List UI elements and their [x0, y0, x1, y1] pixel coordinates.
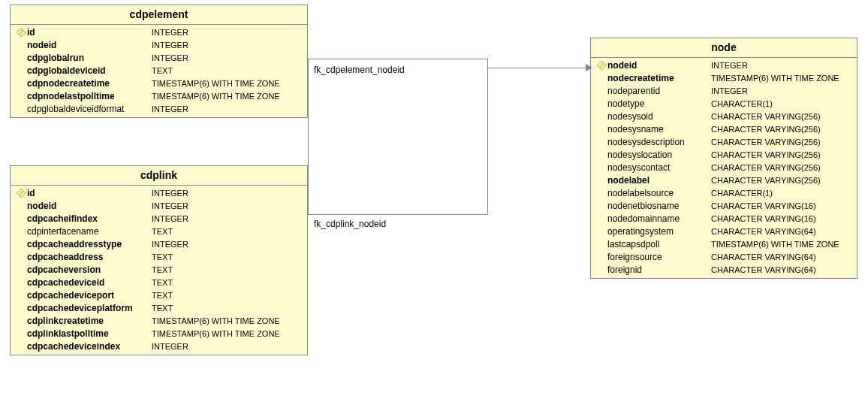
- column-name: cdpcacheversion: [27, 265, 152, 276]
- entity-title: cdplink: [11, 166, 307, 186]
- column-name: operatingsystem: [607, 226, 711, 237]
- column-type: TEXT: [152, 303, 303, 314]
- column-type: TIMESTAMP(6) WITH TIME ZONE: [711, 239, 852, 250]
- column-row: nodesyslocationCHARACTER VARYING(256): [591, 149, 857, 162]
- column-type: CHARACTER VARYING(16): [711, 213, 852, 225]
- column-name: cdplinkcreatetime: [27, 316, 152, 327]
- fk-label-cdplink-nodeid: fk_cdplink_nodeid: [314, 219, 386, 229]
- column-type: CHARACTER VARYING(256): [711, 150, 852, 161]
- column-type: CHARACTER VARYING(256): [711, 124, 852, 135]
- entity-title: cdpelement: [11, 5, 307, 25]
- column-type: TIMESTAMP(6) WITH TIME ZONE: [152, 316, 303, 327]
- column-row: cdplinkcreatetimeTIMESTAMP(6) WITH TIME …: [11, 315, 307, 328]
- column-row: operatingsystemCHARACTER VARYING(64): [591, 225, 857, 238]
- relationship-arrow-line: [488, 68, 590, 68]
- fk-label-cdpelement-nodeid: fk_cdpelement_nodeid: [314, 65, 405, 75]
- column-row: nodesyscontactCHARACTER VARYING(256): [591, 162, 857, 174]
- column-type: CHARACTER VARYING(64): [711, 226, 852, 237]
- relationship-arrow-head-icon: [586, 64, 592, 71]
- column-type: TIMESTAMP(6) WITH TIME ZONE: [711, 73, 852, 84]
- column-name: nodecreatetime: [607, 73, 711, 84]
- column-row: foreignidCHARACTER VARYING(64): [591, 264, 857, 277]
- column-type: CHARACTER VARYING(256): [711, 111, 852, 122]
- primary-key-icon: ⚿: [15, 188, 27, 199]
- column-row: cdpcachedeviceplatformTEXT: [11, 302, 307, 315]
- column-row: nodesysoidCHARACTER VARYING(256): [591, 110, 857, 123]
- column-type: TIMESTAMP(6) WITH TIME ZONE: [152, 91, 303, 102]
- entity-cdpelement: cdpelement ⚿idINTEGERnodeidINTEGERcdpglo…: [10, 5, 308, 118]
- column-type: INTEGER: [152, 104, 303, 115]
- primary-key-icon: ⚿: [15, 27, 27, 38]
- column-row: nodeidINTEGER: [11, 200, 307, 213]
- column-name: cdpcachedeviceport: [27, 290, 152, 301]
- column-type: CHARACTER VARYING(256): [711, 137, 852, 148]
- column-row: nodesysnameCHARACTER VARYING(256): [591, 123, 857, 136]
- column-name: cdpglobaldeviceidformat: [27, 104, 152, 115]
- column-name: cdpnodelastpolltime: [27, 91, 152, 102]
- column-name: cdpglobaldeviceid: [27, 65, 152, 77]
- column-type: CHARACTER VARYING(64): [711, 265, 852, 276]
- column-row: lastcapsdpollTIMESTAMP(6) WITH TIME ZONE: [591, 238, 857, 251]
- column-name: id: [27, 27, 152, 38]
- column-name: cdplinklastpolltime: [27, 328, 152, 340]
- column-row: nodelabelsourceCHARACTER(1): [591, 187, 857, 200]
- column-name: nodesyslocation: [607, 150, 711, 161]
- column-row: cdpcacheversionTEXT: [11, 264, 307, 277]
- column-type: CHARACTER VARYING(256): [711, 162, 852, 174]
- column-name: cdpcachedeviceindex: [27, 341, 152, 352]
- column-type: CHARACTER(1): [711, 188, 852, 199]
- column-row: nodecreatetimeTIMESTAMP(6) WITH TIME ZON…: [591, 72, 857, 85]
- column-row: cdpcacheaddresstypeINTEGER: [11, 238, 307, 251]
- column-row: cdpcacheaddressTEXT: [11, 251, 307, 264]
- column-type: TEXT: [152, 290, 303, 301]
- column-row: cdpglobalrunINTEGER: [11, 52, 307, 65]
- column-type: TEXT: [152, 65, 303, 77]
- column-name: foreignid: [607, 265, 711, 276]
- entity-body-cdpelement: ⚿idINTEGERnodeidINTEGERcdpglobalrunINTEG…: [11, 25, 307, 117]
- column-type: INTEGER: [152, 40, 303, 51]
- entity-node: node ⚿nodeidINTEGERnodecreatetimeTIMESTA…: [590, 38, 857, 279]
- column-name: cdpglobalrun: [27, 53, 152, 64]
- column-row: ⚿nodeidINTEGER: [591, 59, 857, 72]
- column-row: nodetypeCHARACTER(1): [591, 98, 857, 110]
- relationship-connector: [308, 59, 488, 215]
- column-type: INTEGER: [152, 201, 303, 212]
- column-type: TEXT: [152, 226, 303, 237]
- column-row: cdpnodecreatetimeTIMESTAMP(6) WITH TIME …: [11, 77, 307, 90]
- column-type: CHARACTER VARYING(64): [711, 252, 852, 263]
- column-name: nodeid: [27, 40, 152, 51]
- column-row: nodenetbiosnameCHARACTER VARYING(16): [591, 200, 857, 213]
- column-type: CHARACTER(1): [711, 98, 852, 110]
- column-name: nodesysoid: [607, 111, 711, 122]
- column-row: cdpcachedeviceportTEXT: [11, 289, 307, 302]
- column-name: cdpcacheaddresstype: [27, 239, 152, 250]
- column-type: INTEGER: [152, 239, 303, 250]
- column-type: TEXT: [152, 252, 303, 263]
- column-name: nodetype: [607, 98, 711, 110]
- column-name: cdpcacheaddress: [27, 252, 152, 263]
- column-name: lastcapsdpoll: [607, 239, 711, 250]
- column-name: nodelabelsource: [607, 188, 711, 199]
- column-type: TIMESTAMP(6) WITH TIME ZONE: [152, 328, 303, 340]
- column-row: cdpglobaldeviceidTEXT: [11, 65, 307, 77]
- column-type: CHARACTER VARYING(256): [711, 175, 852, 186]
- column-type: INTEGER: [152, 213, 303, 225]
- column-row: cdplinklastpolltimeTIMESTAMP(6) WITH TIM…: [11, 328, 307, 340]
- column-row: cdpglobaldeviceidformatINTEGER: [11, 103, 307, 116]
- column-type: INTEGER: [152, 341, 303, 352]
- column-row: ⚿idINTEGER: [11, 26, 307, 39]
- column-row: nodeparentidINTEGER: [591, 85, 857, 98]
- column-name: cdpinterfacename: [27, 226, 152, 237]
- entity-body-node: ⚿nodeidINTEGERnodecreatetimeTIMESTAMP(6)…: [591, 58, 857, 278]
- column-name: nodenetbiosname: [607, 201, 711, 212]
- column-name: id: [27, 188, 152, 199]
- column-name: nodeid: [607, 60, 711, 71]
- column-row: nodedomainnameCHARACTER VARYING(16): [591, 213, 857, 225]
- column-row: nodesysdescriptionCHARACTER VARYING(256): [591, 136, 857, 149]
- column-row: nodeidINTEGER: [11, 39, 307, 52]
- entity-title: node: [591, 38, 857, 58]
- column-type: TIMESTAMP(6) WITH TIME ZONE: [152, 78, 303, 89]
- column-name: nodesysname: [607, 124, 711, 135]
- entity-cdplink: cdplink ⚿idINTEGERnodeidINTEGERcdpcachei…: [10, 165, 308, 355]
- column-name: cdpcacheifindex: [27, 213, 152, 225]
